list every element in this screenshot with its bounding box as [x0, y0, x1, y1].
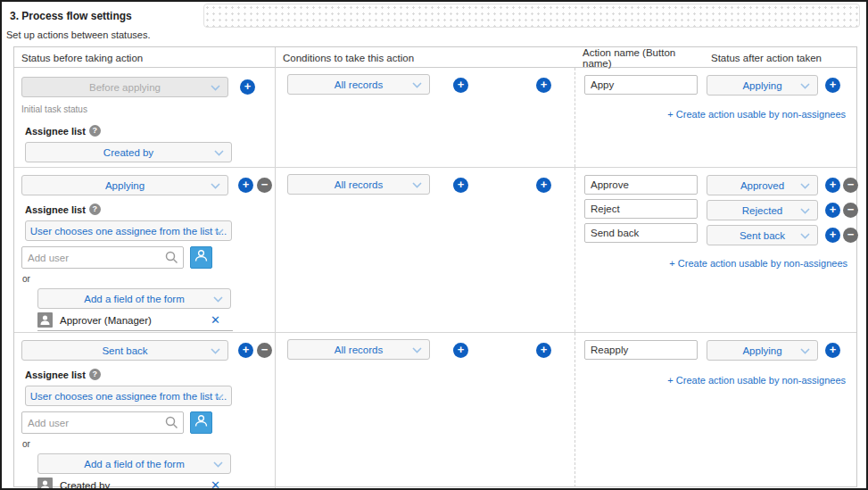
add-condition-button[interactable]: + — [453, 343, 468, 358]
chevron-down-icon — [412, 182, 422, 188]
search-icon — [165, 416, 178, 429]
action-name-input[interactable] — [584, 175, 698, 195]
action-name-cell — [575, 333, 704, 490]
remove-action-button[interactable]: − — [843, 178, 858, 193]
help-icon[interactable]: ? — [89, 125, 101, 137]
status-before-select[interactable]: Applying — [21, 175, 228, 195]
add-condition-group-button[interactable]: + — [536, 178, 551, 193]
assignee-list-label: Assignee list — [25, 370, 86, 380]
table-header-row: Status before taking action Conditions t… — [14, 47, 856, 68]
or-label: or — [22, 439, 275, 449]
status-after-select[interactable]: Sent back — [707, 225, 818, 245]
status-after-cell: Approved + − Rejected + − Sent — [704, 168, 858, 332]
tab-title: 3. Process flow settings — [10, 10, 132, 22]
assignee-field-chip: Created by ✕ — [37, 478, 233, 490]
chevron-down-icon — [800, 348, 810, 354]
assignee-field-name: Created by — [60, 480, 110, 490]
status-after-value: Applying — [742, 80, 781, 91]
chevron-down-icon — [213, 461, 223, 468]
assignee-type-value: User chooses one assignee from the list … — [30, 226, 227, 237]
close-icon[interactable]: ✕ — [211, 478, 220, 490]
status-before-cell: Before applying + Initial task status As… — [14, 68, 276, 167]
search-icon — [165, 251, 178, 264]
status-after-cell: Applying + + Create action usable by non… — [704, 68, 856, 167]
conditions-value: All records — [335, 345, 383, 355]
add-condition-group-button[interactable]: + — [536, 78, 551, 93]
chevron-down-icon — [412, 347, 422, 353]
create-non-assignee-action-link[interactable]: + Create action usable by non-assignees — [669, 258, 847, 269]
page-subtitle: Set up actions between statuses. — [2, 29, 866, 46]
assignee-list-label: Assignee list — [25, 204, 86, 215]
add-action-button[interactable]: + — [825, 203, 840, 218]
add-condition-group-button[interactable]: + — [536, 343, 551, 358]
chevron-down-icon — [214, 150, 224, 156]
status-before-cell: Applying + − Assignee list ? User choose… — [14, 168, 276, 332]
create-non-assignee-action-link[interactable]: + Create action usable by non-assignees — [667, 109, 846, 120]
assignee-type-value: Created by — [103, 147, 153, 158]
action-name-cell — [575, 168, 704, 332]
assignee-type-select[interactable]: Created by — [25, 142, 232, 162]
status-after-select[interactable]: Applying — [707, 75, 818, 96]
conditions-select[interactable]: All records — [287, 339, 430, 360]
table-row: Applying + − Assignee list ? User choose… — [14, 167, 856, 332]
action-name-input[interactable] — [584, 223, 698, 243]
conditions-select[interactable]: All records — [287, 74, 430, 95]
status-after-value: Rejected — [742, 205, 782, 216]
help-icon[interactable]: ? — [89, 203, 101, 215]
status-before-value: Before applying — [89, 82, 161, 93]
select-user-button[interactable] — [190, 246, 212, 269]
chevron-down-icon — [800, 183, 810, 189]
assignee-type-select[interactable]: User chooses one assignee from the list … — [25, 220, 232, 241]
status-before-select[interactable]: Before applying — [21, 77, 228, 97]
create-non-assignee-action-link[interactable]: + Create action usable by non-assignees — [667, 375, 846, 386]
action-name-input[interactable] — [584, 75, 698, 95]
process-flow-settings-page: 3. Process flow settings Set up actions … — [0, 0, 868, 490]
add-status-button[interactable]: + — [240, 79, 255, 95]
add-field-select[interactable]: Add a field of the form — [37, 288, 231, 309]
conditions-cell: All records + + — [276, 333, 575, 490]
status-after-select[interactable]: Approved — [707, 175, 818, 195]
action-name-input[interactable] — [584, 199, 698, 219]
add-action-button[interactable]: + — [825, 178, 840, 193]
status-after-select[interactable]: Rejected — [707, 200, 818, 220]
add-field-select[interactable]: Add a field of the form — [37, 453, 231, 474]
chevron-down-icon — [211, 348, 220, 354]
col-header-status-after: Status after action taken — [704, 47, 856, 69]
remove-status-button[interactable]: − — [257, 178, 272, 193]
chevron-down-icon — [213, 296, 223, 303]
status-before-select[interactable]: Sent back — [21, 340, 228, 361]
add-user-input[interactable] — [21, 246, 184, 269]
col-header-status-before: Status before taking action — [14, 47, 276, 69]
select-user-button[interactable] — [190, 411, 212, 434]
initial-status-note: Initial task status — [21, 104, 275, 114]
help-icon[interactable]: ? — [89, 369, 101, 380]
close-icon[interactable]: ✕ — [211, 313, 220, 327]
add-condition-button[interactable]: + — [453, 178, 468, 193]
remove-action-button[interactable]: − — [843, 228, 858, 243]
remove-action-button[interactable]: − — [843, 203, 858, 218]
chevron-down-icon — [412, 82, 422, 88]
add-status-button[interactable]: + — [238, 343, 253, 358]
remove-status-button[interactable]: − — [257, 343, 272, 358]
add-user-input[interactable] — [21, 411, 184, 434]
add-action-button[interactable]: + — [825, 78, 840, 93]
user-icon — [37, 478, 53, 490]
user-icon — [37, 312, 53, 328]
conditions-select[interactable]: All records — [287, 174, 430, 195]
chevron-down-icon — [211, 183, 220, 189]
add-field-value: Add a field of the form — [84, 459, 185, 469]
add-action-button[interactable]: + — [825, 343, 840, 358]
add-status-button[interactable]: + — [238, 178, 253, 193]
tab-process-flow-settings[interactable]: 3. Process flow settings — [2, 2, 203, 29]
chevron-down-icon — [211, 85, 220, 91]
action-name-input[interactable] — [584, 340, 698, 360]
chevron-down-icon — [214, 394, 224, 400]
assignee-type-select[interactable]: User chooses one assignee from the list … — [25, 386, 232, 406]
status-after-select[interactable]: Applying — [707, 340, 818, 361]
status-before-value: Applying — [105, 180, 145, 191]
add-condition-button[interactable]: + — [453, 78, 468, 93]
conditions-value: All records — [335, 179, 383, 190]
conditions-cell: All records + + — [276, 168, 575, 332]
add-action-button[interactable]: + — [825, 228, 840, 243]
status-before-value: Sent back — [102, 345, 147, 356]
